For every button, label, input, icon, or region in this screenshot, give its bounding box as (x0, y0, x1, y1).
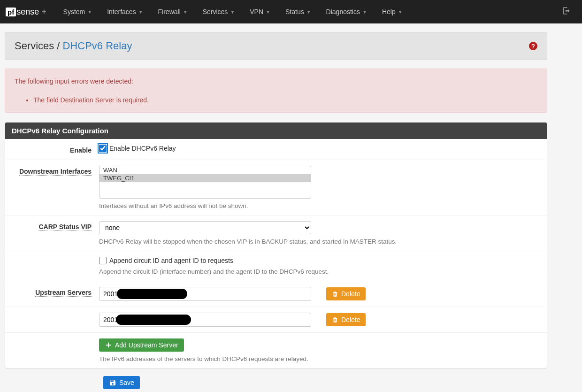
brand-logo[interactable]: pf sense + (6, 7, 46, 17)
save-icon (109, 379, 116, 386)
brand-sense-text: sense (16, 7, 39, 17)
input-error-alert: The following input errors were detected… (5, 69, 547, 113)
breadcrumb-current[interactable]: DHCPv6 Relay (62, 40, 132, 52)
caret-down-icon: ▼ (230, 9, 235, 15)
logout-icon[interactable] (557, 7, 576, 17)
row-downstream: Downstream Interfaces WAN TWEG_CI1 Inter… (5, 160, 547, 215)
append-checkbox-wrap[interactable]: Append circuit ID and agent ID to reques… (99, 257, 542, 264)
add-upstream-label: Add Upstream Server (115, 341, 178, 349)
upstream-input-wrap-1 (99, 313, 311, 327)
nav-label: Services (203, 8, 228, 15)
downstream-option-tweg[interactable]: TWEG_CI1 (100, 174, 311, 182)
caret-down-icon: ▼ (183, 9, 188, 15)
upstream-input-wrap-0 (99, 287, 311, 301)
delete-label: Delete (341, 290, 360, 298)
append-checkbox-label: Append circuit ID and agent ID to reques… (109, 257, 233, 264)
brand-pf-box: pf (6, 8, 16, 16)
control-add-upstream: Add Upstream Server The IPv6 addresses o… (99, 338, 542, 362)
control-upstream-0: Delete (99, 287, 542, 301)
label-add-empty (10, 338, 99, 362)
carp-select[interactable]: none (99, 221, 311, 234)
nav-interfaces[interactable]: Interfaces ▼ (100, 8, 150, 15)
row-enable: Enable Enable DHCPv6 Relay (5, 139, 547, 160)
caret-down-icon: ▼ (87, 9, 92, 15)
row-add-upstream: Add Upstream Server The IPv6 addresses o… (5, 333, 547, 368)
label-enable: Enable (10, 145, 99, 154)
nav-label: Interfaces (107, 8, 136, 15)
save-row: Save (103, 376, 547, 389)
nav-system[interactable]: System ▼ (56, 8, 100, 15)
caret-down-icon: ▼ (362, 9, 367, 15)
downstream-select[interactable]: WAN TWEG_CI1 (99, 166, 311, 199)
caret-down-icon: ▼ (266, 9, 270, 15)
label-upstream: Upstream Servers (10, 287, 99, 301)
nav-help[interactable]: Help ▼ (375, 8, 410, 15)
nav-label: VPN (250, 8, 263, 15)
append-checkbox[interactable] (99, 257, 107, 264)
downstream-option-wan[interactable]: WAN (100, 166, 311, 174)
caret-down-icon: ▼ (306, 9, 311, 15)
delete-upstream-button-1[interactable]: Delete (326, 313, 366, 326)
redaction-bar (117, 289, 187, 299)
alert-heading: The following input errors were detected… (15, 77, 537, 85)
help-icon[interactable]: ? (529, 42, 537, 50)
control-enable: Enable DHCPv6 Relay (99, 145, 542, 154)
upstream-help: The IPv6 addresses of the servers to whi… (99, 355, 542, 362)
enable-checkbox-label: Enable DHCPv6 Relay (109, 145, 176, 152)
label-append (10, 257, 99, 275)
nav-label: System (63, 8, 85, 15)
main-container: Services / DHCPv6 Relay ? The following … (4, 32, 548, 389)
plus-icon (105, 341, 112, 349)
row-upstream-0: Upstream Servers Delete (5, 281, 547, 307)
row-append: Append circuit ID and agent ID to reques… (5, 251, 547, 281)
panel-title: DHCPv6 Relay Configuration (5, 123, 547, 139)
downstream-help: Interfaces without an IPv6 address will … (99, 202, 542, 209)
top-navbar: pf sense + System ▼ Interfaces ▼ Firewal… (0, 0, 582, 23)
trash-icon (332, 316, 338, 323)
breadcrumb: Services / DHCPv6 Relay ? (5, 32, 547, 60)
row-carp: CARP Status VIP none DHCPv6 Relay will b… (5, 215, 547, 251)
nav-vpn[interactable]: VPN ▼ (242, 8, 278, 15)
error-item: The field Destination Server is required… (33, 96, 537, 104)
label-upstream-empty (10, 313, 99, 327)
delete-label: Delete (341, 316, 360, 323)
breadcrumb-path: Services / DHCPv6 Relay (15, 40, 132, 52)
save-button[interactable]: Save (103, 376, 140, 389)
breadcrumb-separator: / (57, 40, 60, 52)
append-help: Append the circuit ID (interface number)… (99, 268, 542, 275)
row-upstream-1: Delete (5, 307, 547, 333)
nav-status[interactable]: Status ▼ (278, 8, 319, 15)
carp-help: DHCPv6 Relay will be stopped when the ch… (99, 238, 542, 245)
trash-icon (332, 291, 338, 297)
nav-label: Diagnostics (326, 8, 360, 15)
control-downstream: WAN TWEG_CI1 Interfaces without an IPv6 … (99, 166, 542, 209)
control-upstream-1: Delete (99, 313, 542, 327)
caret-down-icon: ▼ (138, 9, 143, 15)
label-carp: CARP Status VIP (10, 221, 99, 245)
nav-label: Help (382, 8, 396, 15)
label-downstream: Downstream Interfaces (10, 166, 99, 209)
delete-upstream-button-0[interactable]: Delete (326, 287, 366, 300)
enable-checkbox[interactable] (99, 145, 107, 152)
nav-label: Status (285, 8, 304, 15)
breadcrumb-parent[interactable]: Services (15, 40, 54, 52)
nav-label: Firewall (158, 8, 181, 15)
control-carp: none DHCPv6 Relay will be stopped when t… (99, 221, 542, 245)
config-panel: DHCPv6 Relay Configuration Enable Enable… (5, 122, 547, 369)
control-append: Append circuit ID and agent ID to reques… (99, 257, 542, 275)
nav-diagnostics[interactable]: Diagnostics ▼ (319, 8, 375, 15)
enable-checkbox-wrap[interactable]: Enable DHCPv6 Relay (99, 145, 542, 152)
caret-down-icon: ▼ (398, 9, 403, 15)
brand-plus-icon: + (42, 8, 46, 16)
nav-firewall[interactable]: Firewall ▼ (151, 8, 195, 15)
nav-services[interactable]: Services ▼ (195, 8, 243, 15)
alert-error-list: The field Destination Server is required… (33, 96, 537, 104)
add-upstream-button[interactable]: Add Upstream Server (99, 338, 184, 352)
save-label: Save (119, 379, 134, 386)
redaction-bar (116, 315, 191, 325)
